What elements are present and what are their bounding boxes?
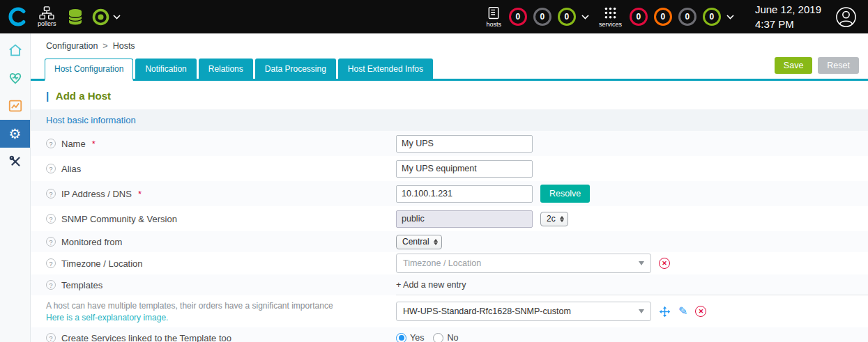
radio-yes[interactable] bbox=[396, 333, 406, 342]
gear-icon: ⚙ bbox=[9, 127, 22, 141]
snmp-version-select[interactable]: 2c bbox=[540, 212, 568, 226]
add-template-entry-link[interactable]: + Add a new entry bbox=[396, 280, 466, 290]
select-arrows-icon bbox=[560, 216, 564, 222]
ip-address-label: IP Address / DNS bbox=[61, 189, 132, 199]
date-text: June 12, 2019 bbox=[755, 2, 821, 17]
hosts-menu[interactable]: hosts bbox=[486, 6, 501, 28]
timezone-placeholder: Timezone / Location bbox=[403, 258, 481, 268]
help-icon[interactable]: ? bbox=[46, 214, 56, 224]
sidebar-item-monitoring[interactable] bbox=[0, 64, 30, 92]
chevron-down-icon[interactable] bbox=[113, 15, 121, 20]
help-icon[interactable]: ? bbox=[46, 139, 56, 148]
form-row-name: ? Name * bbox=[31, 131, 868, 156]
home-icon bbox=[8, 42, 23, 58]
hosts-unreachable-badge[interactable]: 0 bbox=[533, 8, 551, 26]
help-icon[interactable]: ? bbox=[46, 164, 56, 173]
form-row-alias: ? Alias bbox=[31, 156, 868, 181]
name-label: Name bbox=[61, 139, 86, 149]
time-text: 4:37 PM bbox=[755, 17, 821, 31]
hosts-icon bbox=[487, 6, 501, 20]
resolve-button[interactable]: Resolve bbox=[540, 185, 590, 203]
monitoring-status-icon[interactable] bbox=[91, 8, 110, 26]
help-icon[interactable]: ? bbox=[46, 333, 56, 342]
select-arrows-icon bbox=[434, 239, 438, 245]
sidebar-item-home[interactable] bbox=[0, 36, 30, 64]
snmp-community-input[interactable] bbox=[396, 210, 533, 228]
page-title-bar: | bbox=[46, 90, 49, 102]
name-input[interactable] bbox=[396, 135, 533, 153]
save-button[interactable]: Save bbox=[775, 57, 813, 74]
monitored-from-label: Monitored from bbox=[61, 237, 122, 247]
page-title-text: Add a Host bbox=[56, 90, 111, 102]
templates-help-text: A host can have multiple templates, thei… bbox=[46, 301, 333, 311]
alias-input[interactable] bbox=[396, 160, 533, 178]
tools-icon bbox=[8, 154, 23, 169]
services-warning-badge[interactable]: 0 bbox=[654, 8, 672, 26]
sidebar-item-configuration[interactable]: ⚙ bbox=[0, 120, 30, 148]
services-ok-badge[interactable]: 0 bbox=[703, 8, 721, 26]
form-row-templates: ? Templates + Add a new entry bbox=[31, 274, 868, 295]
topbar: pollers hosts 0 0 0 bbox=[0, 0, 868, 33]
dropdown-caret-icon bbox=[639, 309, 644, 313]
snmp-version-value: 2c bbox=[547, 214, 556, 224]
help-icon[interactable]: ? bbox=[46, 280, 56, 290]
template-selected-value: HW-UPS-Standard-Rfc1628-SNMP-custom bbox=[403, 306, 571, 316]
services-label: services bbox=[599, 21, 622, 28]
monitored-from-select[interactable]: Central bbox=[396, 235, 442, 249]
chevron-down-icon[interactable] bbox=[726, 15, 734, 20]
form-row-monitored-from: ? Monitored from Central bbox=[31, 231, 868, 252]
form-row-template-entry: A host can have multiple templates, thei… bbox=[31, 295, 868, 327]
form-row-ip-address: ? IP Address / DNS * Resolve bbox=[31, 181, 868, 206]
help-icon[interactable]: ? bbox=[46, 237, 56, 247]
timezone-label: Timezone / Location bbox=[61, 258, 143, 269]
templates-label: Templates bbox=[61, 280, 102, 290]
tab-host-configuration[interactable]: Host Configuration bbox=[45, 59, 133, 81]
chevron-down-icon[interactable] bbox=[581, 15, 589, 20]
tab-data-processing[interactable]: Data Processing bbox=[255, 59, 336, 79]
help-icon[interactable]: ? bbox=[46, 258, 56, 268]
sidebar-item-reporting[interactable] bbox=[0, 92, 30, 120]
page-title: | Add a Host bbox=[31, 81, 868, 109]
hosts-status-group: hosts 0 0 0 bbox=[486, 6, 589, 28]
monitored-from-value: Central bbox=[402, 237, 429, 247]
template-edit-icon[interactable]: ✎ bbox=[678, 306, 687, 317]
services-unknown-badge[interactable]: 0 bbox=[678, 8, 696, 26]
timezone-select[interactable]: Timezone / Location bbox=[396, 254, 651, 273]
radio-no-label[interactable]: No bbox=[447, 333, 458, 342]
alias-label: Alias bbox=[61, 164, 81, 174]
help-icon[interactable]: ? bbox=[46, 189, 56, 199]
centreon-logo[interactable] bbox=[6, 4, 31, 29]
template-select[interactable]: HW-UPS-Standard-Rfc1628-SNMP-custom bbox=[396, 302, 651, 321]
radio-yes-label[interactable]: Yes bbox=[410, 333, 424, 342]
templates-help-link[interactable]: Here is a self-explanatory image. bbox=[46, 313, 168, 322]
breadcrumb-configuration[interactable]: Configuration bbox=[46, 41, 98, 51]
template-delete-icon[interactable]: ✕ bbox=[695, 306, 706, 317]
hosts-label: hosts bbox=[486, 21, 501, 28]
section-header-host-basic-information: Host basic information bbox=[31, 109, 868, 131]
template-move-icon[interactable] bbox=[659, 306, 671, 318]
user-profile-icon[interactable] bbox=[835, 6, 857, 28]
breadcrumb-separator: > bbox=[102, 41, 107, 51]
hosts-down-badge[interactable]: 0 bbox=[509, 8, 527, 26]
breadcrumb: Configuration > Hosts bbox=[31, 33, 868, 57]
form-row-snmp: ? SNMP Community & Version 2c bbox=[31, 206, 868, 231]
services-critical-badge[interactable]: 0 bbox=[630, 8, 648, 26]
timezone-delete-icon[interactable]: ✕ bbox=[659, 258, 670, 269]
sidebar-item-administration[interactable] bbox=[0, 148, 30, 176]
pollers-menu[interactable]: pollers bbox=[38, 6, 56, 27]
required-asterisk: * bbox=[92, 139, 96, 149]
database-icon[interactable] bbox=[68, 8, 83, 26]
ip-address-input[interactable] bbox=[396, 185, 533, 203]
main-content: Configuration > Hosts Host Configuration… bbox=[31, 33, 868, 342]
hosts-up-badge[interactable]: 0 bbox=[558, 8, 576, 26]
reset-button[interactable]: Reset bbox=[818, 57, 859, 74]
dropdown-caret-icon bbox=[639, 261, 644, 265]
breadcrumb-hosts[interactable]: Hosts bbox=[113, 41, 135, 51]
tab-notification[interactable]: Notification bbox=[135, 59, 196, 79]
chart-icon bbox=[8, 98, 23, 114]
radio-no[interactable] bbox=[433, 333, 443, 342]
pollers-label: pollers bbox=[38, 20, 56, 27]
tab-relations[interactable]: Relations bbox=[199, 59, 253, 79]
services-menu[interactable]: services bbox=[599, 6, 622, 28]
tab-host-extended-infos[interactable]: Host Extended Infos bbox=[338, 59, 433, 79]
